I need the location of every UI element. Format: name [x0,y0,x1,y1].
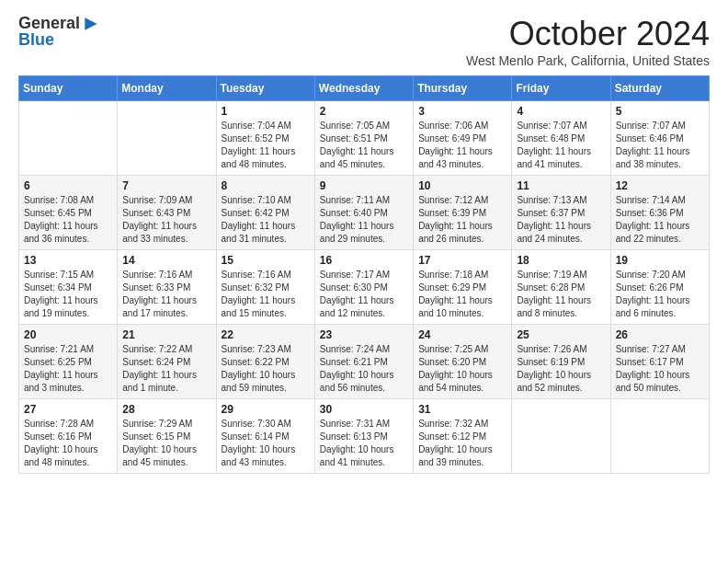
day-number: 3 [418,105,506,118]
day-info: Sunrise: 7:17 AM Sunset: 6:30 PM Dayligh… [320,269,408,320]
day-number: 30 [320,403,408,416]
day-number: 21 [122,328,210,341]
title-block: October 2024 West Menlo Park, California… [466,15,710,68]
calendar-row: 20Sunrise: 7:21 AM Sunset: 6:25 PM Dayli… [19,325,710,399]
day-number: 25 [517,328,605,341]
table-row: 16Sunrise: 7:17 AM Sunset: 6:30 PM Dayli… [314,250,413,325]
location-subtitle: West Menlo Park, California, United Stat… [466,53,710,68]
day-number: 10 [418,179,506,192]
day-info: Sunrise: 7:24 AM Sunset: 6:21 PM Dayligh… [320,343,408,395]
table-row: 25Sunrise: 7:26 AM Sunset: 6:19 PM Dayli… [512,325,610,399]
day-info: Sunrise: 7:22 AM Sunset: 6:24 PM Dayligh… [122,343,210,395]
day-info: Sunrise: 7:04 AM Sunset: 6:52 PM Dayligh… [222,120,310,171]
day-number: 31 [418,403,506,416]
day-info: Sunrise: 7:20 AM Sunset: 6:26 PM Dayligh… [616,269,704,320]
table-row: 3Sunrise: 7:06 AM Sunset: 6:49 PM Daylig… [414,101,512,176]
day-number: 23 [320,328,408,341]
col-saturday: Saturday [610,76,709,101]
table-row: 18Sunrise: 7:19 AM Sunset: 6:28 PM Dayli… [512,250,610,325]
day-info: Sunrise: 7:12 AM Sunset: 6:39 PM Dayligh… [418,194,506,246]
col-thursday: Thursday [414,76,512,101]
table-row: 6Sunrise: 7:08 AM Sunset: 6:45 PM Daylig… [19,176,118,250]
day-number: 15 [222,254,310,267]
table-row [118,101,216,176]
calendar-row: 27Sunrise: 7:28 AM Sunset: 6:16 PM Dayli… [19,399,710,474]
table-row: 7Sunrise: 7:09 AM Sunset: 6:43 PM Daylig… [118,176,216,250]
table-row: 9Sunrise: 7:11 AM Sunset: 6:40 PM Daylig… [314,176,413,250]
col-monday: Monday [118,76,216,101]
table-row: 13Sunrise: 7:15 AM Sunset: 6:34 PM Dayli… [19,250,118,325]
table-row: 30Sunrise: 7:31 AM Sunset: 6:13 PM Dayli… [314,399,413,474]
day-info: Sunrise: 7:16 AM Sunset: 6:33 PM Dayligh… [122,269,210,320]
table-row: 24Sunrise: 7:25 AM Sunset: 6:20 PM Dayli… [414,325,512,399]
table-row: 22Sunrise: 7:23 AM Sunset: 6:22 PM Dayli… [216,325,314,399]
day-number: 16 [320,254,408,267]
table-row: 29Sunrise: 7:30 AM Sunset: 6:14 PM Dayli… [216,399,314,474]
table-row: 4Sunrise: 7:07 AM Sunset: 6:48 PM Daylig… [512,101,610,176]
day-info: Sunrise: 7:19 AM Sunset: 6:28 PM Dayligh… [517,269,605,320]
logo-icon [82,15,100,33]
table-row: 11Sunrise: 7:13 AM Sunset: 6:37 PM Dayli… [512,176,610,250]
day-info: Sunrise: 7:30 AM Sunset: 6:14 PM Dayligh… [222,418,310,469]
col-sunday: Sunday [19,76,118,101]
day-number: 14 [122,254,210,267]
month-title: October 2024 [466,15,710,53]
header-row: Sunday Monday Tuesday Wednesday Thursday… [19,76,710,101]
day-number: 12 [616,179,704,192]
table-row: 14Sunrise: 7:16 AM Sunset: 6:33 PM Dayli… [118,250,216,325]
day-number: 4 [517,105,605,118]
table-row: 23Sunrise: 7:24 AM Sunset: 6:21 PM Dayli… [314,325,413,399]
header: General Blue October 2024 West Menlo Par… [18,15,710,68]
table-row: 17Sunrise: 7:18 AM Sunset: 6:29 PM Dayli… [414,250,512,325]
day-info: Sunrise: 7:21 AM Sunset: 6:25 PM Dayligh… [24,343,112,395]
logo-blue-text: Blue [18,31,100,50]
day-number: 8 [222,179,310,192]
day-info: Sunrise: 7:10 AM Sunset: 6:42 PM Dayligh… [222,194,310,246]
day-info: Sunrise: 7:14 AM Sunset: 6:36 PM Dayligh… [616,194,704,246]
day-info: Sunrise: 7:28 AM Sunset: 6:16 PM Dayligh… [24,418,112,469]
day-number: 13 [24,254,112,267]
day-number: 22 [222,328,310,341]
table-row: 10Sunrise: 7:12 AM Sunset: 6:39 PM Dayli… [414,176,512,250]
table-row: 12Sunrise: 7:14 AM Sunset: 6:36 PM Dayli… [610,176,709,250]
day-number: 29 [222,403,310,416]
day-number: 9 [320,179,408,192]
day-number: 24 [418,328,506,341]
day-info: Sunrise: 7:16 AM Sunset: 6:32 PM Dayligh… [222,269,310,320]
logo: General Blue [18,15,100,50]
table-row [512,399,610,474]
day-info: Sunrise: 7:05 AM Sunset: 6:51 PM Dayligh… [320,120,408,171]
calendar-row: 1Sunrise: 7:04 AM Sunset: 6:52 PM Daylig… [19,101,710,176]
calendar-row: 13Sunrise: 7:15 AM Sunset: 6:34 PM Dayli… [19,250,710,325]
day-number: 18 [517,254,605,267]
day-info: Sunrise: 7:06 AM Sunset: 6:49 PM Dayligh… [418,120,506,171]
day-number: 6 [24,179,112,192]
table-row: 20Sunrise: 7:21 AM Sunset: 6:25 PM Dayli… [19,325,118,399]
svg-marker-0 [85,17,97,29]
calendar-row: 6Sunrise: 7:08 AM Sunset: 6:45 PM Daylig… [19,176,710,250]
page: General Blue October 2024 West Menlo Par… [0,0,728,492]
table-row: 27Sunrise: 7:28 AM Sunset: 6:16 PM Dayli… [19,399,118,474]
day-info: Sunrise: 7:11 AM Sunset: 6:40 PM Dayligh… [320,194,408,246]
table-row: 2Sunrise: 7:05 AM Sunset: 6:51 PM Daylig… [314,101,413,176]
day-number: 28 [122,403,210,416]
day-info: Sunrise: 7:32 AM Sunset: 6:12 PM Dayligh… [418,418,506,469]
day-info: Sunrise: 7:08 AM Sunset: 6:45 PM Dayligh… [24,194,112,246]
day-number: 19 [616,254,704,267]
calendar-table: Sunday Monday Tuesday Wednesday Thursday… [18,75,710,474]
day-number: 2 [320,105,408,118]
table-row: 28Sunrise: 7:29 AM Sunset: 6:15 PM Dayli… [118,399,216,474]
day-number: 17 [418,254,506,267]
day-info: Sunrise: 7:09 AM Sunset: 6:43 PM Dayligh… [122,194,210,246]
day-number: 5 [616,105,704,118]
table-row: 1Sunrise: 7:04 AM Sunset: 6:52 PM Daylig… [216,101,314,176]
day-info: Sunrise: 7:31 AM Sunset: 6:13 PM Dayligh… [320,418,408,469]
day-info: Sunrise: 7:25 AM Sunset: 6:20 PM Dayligh… [418,343,506,395]
table-row: 19Sunrise: 7:20 AM Sunset: 6:26 PM Dayli… [610,250,709,325]
calendar-body: 1Sunrise: 7:04 AM Sunset: 6:52 PM Daylig… [19,101,710,474]
table-row: 26Sunrise: 7:27 AM Sunset: 6:17 PM Dayli… [610,325,709,399]
day-info: Sunrise: 7:26 AM Sunset: 6:19 PM Dayligh… [517,343,605,395]
day-info: Sunrise: 7:29 AM Sunset: 6:15 PM Dayligh… [122,418,210,469]
day-number: 26 [616,328,704,341]
table-row [19,101,118,176]
